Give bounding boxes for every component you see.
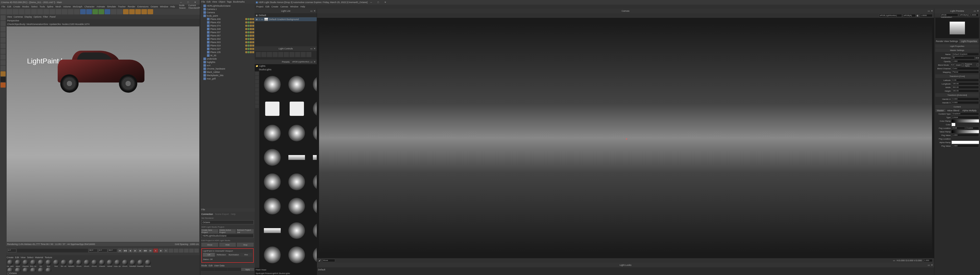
obj-rear_grill[interactable]: rear_grill — [201, 77, 254, 80]
tab-scene-export[interactable]: Scene Export — [215, 213, 229, 215]
hls-menu-project[interactable]: Project — [256, 5, 263, 8]
c4d-o-icon[interactable] — [0, 82, 6, 88]
octane-5-icon[interactable] — [148, 9, 153, 14]
coord-x[interactable] — [201, 268, 214, 271]
light-list[interactable]: ◉ Default ◉ ○ ▭ Default Gradient Backgro… — [255, 13, 317, 46]
menu-animate[interactable]: Animate — [97, 5, 105, 8]
lc-dup-icon[interactable] — [261, 52, 266, 57]
lc-add-icon[interactable] — [256, 52, 261, 57]
lc-b2-icon[interactable] — [295, 52, 300, 57]
ps-info-icon[interactable] — [255, 96, 259, 100]
material-mirrors[interactable]: mirrors — [145, 260, 151, 267]
preset-1[interactable] — [285, 72, 309, 96]
hls-menu-edit[interactable]: Edit — [266, 5, 269, 8]
contenttype-dropdown[interactable]: Gradient — [952, 112, 979, 115]
hls-menu-canvas[interactable]: Canvas — [280, 5, 288, 8]
object-tree[interactable]: HDRLightStudioOctaneCamera.1Camerabody_p… — [200, 3, 255, 208]
tab-connection[interactable]: Connection — [201, 213, 213, 215]
preset-50[interactable] — [285, 243, 309, 267]
latitude-input[interactable]: 0.00 — [952, 79, 979, 82]
preset-43[interactable] — [285, 219, 309, 243]
move-icon[interactable] — [19, 9, 24, 14]
obj-Camera[interactable]: Camera — [201, 11, 254, 14]
render-icon[interactable] — [62, 9, 67, 14]
hls-minimize-icon[interactable]: ─ — [368, 0, 375, 4]
tl-start[interactable]: 0 F — [7, 249, 16, 252]
preset-29[interactable] — [285, 170, 309, 194]
menu-octane[interactable]: Octane — [151, 5, 158, 8]
ps-fav-icon[interactable] — [255, 80, 259, 84]
coord-edit[interactable]: Edit — [209, 264, 213, 267]
lc-group-icon[interactable] — [284, 52, 289, 57]
coord-y[interactable] — [215, 268, 228, 271]
tl-last-icon[interactable]: ⏭ — [148, 248, 153, 253]
ps-grid-icon[interactable] — [255, 84, 259, 88]
opacity-input[interactable]: 1.000 — [952, 60, 979, 63]
environment-icon[interactable] — [105, 9, 110, 14]
select-icon[interactable] — [13, 9, 18, 14]
octane-3-icon[interactable] — [135, 9, 141, 14]
material-chrom.[interactable]: chrom. — [121, 260, 129, 267]
c4d-s2-icon[interactable] — [0, 77, 6, 82]
tl-slider[interactable] — [17, 249, 88, 252]
obj-Plane.019[interactable]: Plane.019 — [201, 44, 254, 47]
texture-mode-icon[interactable] — [0, 21, 6, 26]
preset-14[interactable] — [260, 121, 284, 145]
brightness-slider-icon[interactable]: ⟷ — [976, 57, 979, 59]
coord-mode[interactable]: Mode — [201, 264, 207, 267]
canvas-gamma[interactable]: 1.0000 — [920, 14, 932, 17]
menu-tracker[interactable]: Tracker — [118, 5, 126, 8]
content-title[interactable]: Content — [935, 105, 979, 109]
cv-opt-icon[interactable]: ▭ — [928, 9, 930, 12]
obj-file[interactable]: File — [201, 0, 205, 3]
lc-close-icon[interactable]: ✕ — [313, 47, 316, 50]
material-tires[interactable]: tires — [45, 260, 52, 267]
ll-close-icon[interactable]: ✕ — [313, 9, 316, 12]
preset-35[interactable] — [260, 194, 284, 218]
brightness-input[interactable]: 30 — [952, 56, 975, 59]
renderer-dropdown[interactable]: Octane — [201, 220, 254, 224]
axis-mode-icon[interactable] — [0, 49, 6, 54]
preset-21[interactable] — [260, 145, 284, 169]
preset-37[interactable] — [309, 194, 317, 218]
type-dropdown[interactable]: Linear — [952, 116, 979, 119]
tl-auto-icon[interactable]: A — [164, 248, 168, 253]
solo-icon[interactable]: ○ — [259, 18, 260, 21]
ps-back-icon[interactable] — [255, 76, 259, 79]
lp-reflection-button[interactable]: Reflection — [215, 253, 228, 257]
obj-body_paint[interactable]: body_paint — [201, 14, 254, 17]
canvas-gamma-icon[interactable]: ◐ — [917, 14, 919, 17]
menu-modes[interactable]: Modes — [22, 5, 29, 8]
width-input[interactable]: 360.00 — [952, 86, 979, 89]
preset-9[interactable] — [309, 97, 317, 121]
menu-simulate[interactable]: Simulate — [107, 5, 116, 8]
obj-Plane.135[interactable]: Plane.135 — [201, 51, 254, 54]
obj-scrt[interactable]: scrt — [201, 64, 254, 67]
ll2-opt-icon[interactable]: ▭ — [928, 264, 930, 266]
rotate-icon[interactable] — [31, 9, 37, 14]
render-settings-icon[interactable] — [74, 9, 80, 14]
obj-Camera.1[interactable]: Camera.1 — [201, 7, 254, 11]
obj-blackplastic_bits[interactable]: blackplastic_bits — [201, 74, 254, 77]
menu-edit[interactable]: Edit — [7, 5, 11, 8]
vp-display[interactable]: Display — [24, 16, 32, 18]
visible-icon[interactable]: ◉ — [256, 18, 258, 21]
material-tire_un.[interactable]: tire_un. — [60, 260, 67, 267]
vp-cameras[interactable]: Cameras — [14, 16, 23, 18]
vp-filter[interactable]: Filter — [43, 16, 48, 18]
lock-icon[interactable]: ▭ — [261, 18, 263, 21]
tl-opt1-icon[interactable] — [169, 248, 173, 253]
obj-object[interactable]: Object — [218, 0, 225, 3]
ll-opt-icon[interactable]: ▭ — [310, 9, 313, 12]
toggle-z-icon[interactable] — [49, 9, 55, 14]
tab-render-settings[interactable]: Render View Settings — [934, 39, 959, 43]
model-mode-icon[interactable] — [0, 15, 6, 21]
vp-panel[interactable]: Panel — [49, 16, 56, 18]
prev-cs[interactable]: sRGB (rgbMonitor) — [940, 14, 958, 17]
ps-sort-icon[interactable] — [255, 104, 259, 108]
mat-material[interactable]: Material — [35, 256, 43, 259]
menu-select[interactable]: Select — [31, 5, 38, 8]
pr-close-icon[interactable]: ✕ — [313, 61, 316, 63]
preset-0[interactable] — [260, 72, 284, 96]
preset-15[interactable] — [285, 121, 309, 145]
